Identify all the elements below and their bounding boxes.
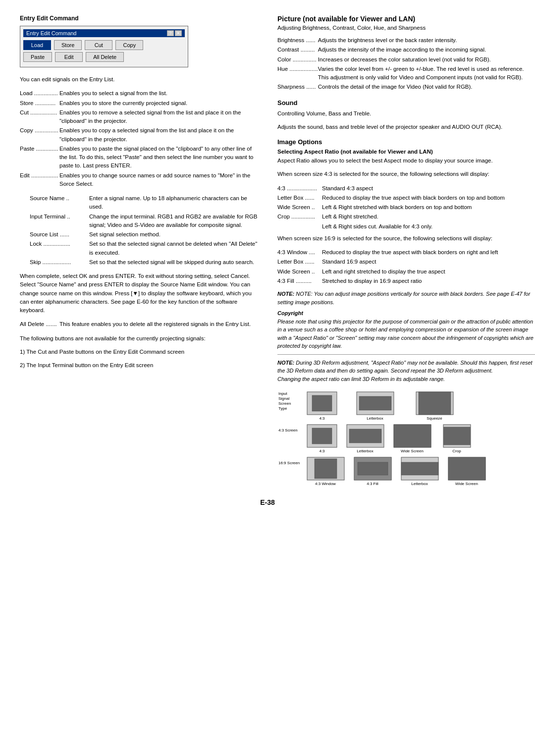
- list-item: Skip .................. Set so that the …: [30, 258, 258, 267]
- svg-text:4:3 Window: 4:3 Window: [315, 482, 336, 486]
- item-desc: Enables you to select a signal from the …: [59, 89, 258, 98]
- item-desc: Left & Right stretched.: [322, 212, 535, 221]
- item-label: Wide Screen ..: [277, 203, 322, 212]
- list-item: Load ............... Enables you to sele…: [20, 89, 258, 98]
- item-label: Load ...............: [20, 89, 59, 98]
- item-label: Hue ..................: [277, 64, 318, 83]
- aspect-169-list: 4:3 Window .... Reduced to display the t…: [277, 248, 535, 286]
- item-label: Store .............: [20, 99, 59, 108]
- aspect-diagram: Input Signal Screen Type 4:3 Letterbox: [277, 388, 535, 488]
- list-item: Letter Box ...... Standard 16:9 aspect: [277, 257, 535, 267]
- svg-text:16:9 Screen: 16:9 Screen: [278, 461, 300, 465]
- page-number: E-38: [20, 498, 515, 506]
- svg-text:4:3: 4:3: [319, 416, 325, 421]
- item-label: Cut .................: [20, 108, 59, 126]
- item-desc: Reduced to display the true aspect with …: [322, 248, 535, 257]
- svg-text:4:3 Fill: 4:3 Fill: [367, 482, 378, 486]
- paste-button[interactable]: Paste: [23, 52, 52, 62]
- svg-text:Letterbox: Letterbox: [411, 482, 428, 486]
- svg-text:4:3: 4:3: [319, 449, 325, 453]
- sub-label: Source Name ..: [30, 194, 89, 212]
- complete-text: When complete, select OK and press ENTER…: [20, 272, 258, 315]
- item-desc: Enables you to paste the signal placed o…: [59, 144, 258, 171]
- svg-text:Signal: Signal: [278, 396, 289, 401]
- item-label: Color ...............: [277, 55, 318, 64]
- dialog-controls: ? ✕: [167, 30, 182, 36]
- picture-list: Brightness ...... Adjusts the brightness…: [277, 36, 535, 92]
- svg-text:Letterbox: Letterbox: [357, 449, 373, 453]
- dialog-title-bar: Entry Edit Command ? ✕: [23, 29, 185, 37]
- item-desc: Reduced to display the true aspect with …: [322, 193, 535, 203]
- item-label: 4:3 ...................: [277, 184, 322, 193]
- svg-text:Type: Type: [278, 406, 287, 411]
- edit-button[interactable]: Edit: [55, 52, 83, 62]
- crop-sub: Left & Right sides cut. Available for 4:…: [322, 222, 535, 231]
- command-list: Load ............... Enables you to sele…: [20, 89, 258, 189]
- list-item: Input Terminal .. Change the input termi…: [30, 212, 258, 230]
- svg-text:Letterbox: Letterbox: [367, 416, 383, 421]
- left-section-title: Entry Edit Command: [20, 15, 258, 22]
- svg-rect-8: [359, 396, 391, 410]
- sub-label: Source List ......: [30, 230, 89, 239]
- svg-rect-24: [438, 427, 476, 445]
- item-desc: Varies the color level from +/- green to…: [318, 64, 535, 83]
- list-item: All Delete ....... This feature enables …: [20, 320, 258, 329]
- list-item: Edit ................. Enables you to ch…: [20, 171, 258, 189]
- divider: [277, 354, 535, 355]
- item-label: 4:3 Window ....: [277, 248, 322, 257]
- store-button[interactable]: Store: [54, 40, 82, 50]
- item-label: Wide Screen ..: [277, 267, 322, 276]
- svg-text:Wide Screen: Wide Screen: [455, 482, 478, 486]
- item-desc: Left and right stretched to display the …: [322, 267, 535, 276]
- sub-desc: Change the input terminal. RGB1 and RGB2…: [89, 212, 258, 230]
- item-label: [277, 222, 322, 231]
- item-desc: Enables you to store the currently proje…: [59, 99, 258, 108]
- svg-rect-18: [349, 429, 381, 443]
- edit-sub-list: Source Name .. Enter a signal name. Up t…: [30, 194, 258, 267]
- dialog-help-btn[interactable]: ?: [167, 30, 174, 36]
- item-desc: Adjusts the brightness level or the back…: [318, 36, 535, 45]
- sub-label: Skip ..................: [30, 258, 89, 267]
- picture-subtitle: Adjusting Brightness, Contrast, Color, H…: [277, 25, 535, 31]
- all-delete-item: All Delete ....... This feature enables …: [20, 320, 258, 329]
- dialog-row2: Paste Edit All Delete: [23, 52, 185, 62]
- sound-desc: Adjusts the sound, bass and treble level…: [277, 123, 535, 131]
- item-label: Letter Box ......: [277, 257, 322, 267]
- copyright-block: Copyright Please note that using this pr…: [277, 309, 535, 350]
- dialog-close-btn[interactable]: ✕: [175, 30, 182, 36]
- all-delete-button[interactable]: All Delete: [86, 52, 124, 62]
- svg-text:Screen: Screen: [278, 401, 291, 406]
- item-label: Contrast .........: [277, 45, 318, 54]
- item-label: All Delete .......: [20, 320, 59, 329]
- svg-rect-11: [419, 392, 451, 415]
- list-item: 4:3 Fill .......... Stretched to display…: [277, 276, 535, 286]
- aspect-43-list: 4:3 ................... Standard 4:3 asp…: [277, 184, 535, 231]
- list-item: Paste .............. Enables you to past…: [20, 144, 258, 171]
- item-desc: Controls the detail of the image for Vid…: [318, 82, 535, 92]
- picture-title: Picture (not available for Viewer and LA…: [277, 15, 535, 23]
- entry-edit-dialog: Entry Edit Command ? ✕ Load Store Cut Co…: [20, 26, 188, 67]
- list-item: Lock ................. Set so that the s…: [30, 239, 258, 258]
- list-item: Contrast ......... Adjusts the intensity…: [277, 45, 535, 54]
- cut-button[interactable]: Cut: [85, 40, 112, 50]
- intro-text: You can edit signals on the Entry List.: [20, 75, 258, 84]
- list-item: Left & Right sides cut. Available for 4:…: [277, 222, 535, 231]
- item-label: Edit .................: [20, 171, 59, 189]
- list-item: Wide Screen .. Left & Right stretched wi…: [277, 203, 535, 212]
- list-item: 4:3 Window .... Reduced to display the t…: [277, 248, 535, 257]
- copy-button[interactable]: Copy: [115, 40, 143, 50]
- list-item: 4:3 ................... Standard 4:3 asp…: [277, 184, 535, 193]
- sub-desc: Set so that the selected signal cannot b…: [89, 239, 258, 258]
- list-item: Copy ............... Enables you to copy…: [20, 126, 258, 144]
- item-label: Letter Box ......: [277, 193, 322, 203]
- svg-rect-5: [312, 395, 332, 411]
- item-desc: Stretched to display in 16:9 aspect rati…: [322, 276, 535, 286]
- list-item: Cut ................. Enables you to rem…: [20, 108, 258, 126]
- dialog-row1: Load Store Cut Copy: [23, 40, 185, 50]
- sound-section: Sound Controlling Volume, Bass and Trebl…: [277, 99, 535, 132]
- load-button[interactable]: Load: [23, 40, 51, 50]
- picture-section: Picture (not available for Viewer and LA…: [277, 15, 535, 92]
- note1-text: NOTE: NOTE: You can adjust image positio…: [277, 290, 535, 306]
- item-desc: Standard 4:3 aspect: [322, 184, 535, 193]
- following-text: The following buttons are not available …: [20, 334, 258, 343]
